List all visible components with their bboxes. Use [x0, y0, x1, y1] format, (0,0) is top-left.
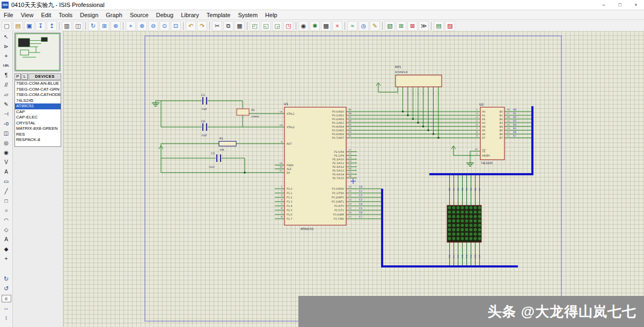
2d-line-mode-icon[interactable]: ╱ — [1, 187, 11, 195]
device-item-7seg-com-an-blue[interactable]: 7SEG-COM-AN-BLUE — [15, 81, 61, 87]
refresh-display-icon[interactable]: ↻ — [88, 21, 98, 31]
device-item-7seg-com-cat-grn[interactable]: 7SEG-COM-CAT-GRN — [15, 87, 61, 93]
menu-tools[interactable]: Tools — [55, 10, 76, 19]
pick-parts-icon[interactable]: ◉ — [298, 21, 309, 31]
generator-mode-icon[interactable]: ◉ — [1, 148, 11, 157]
device-item-at89c51[interactable]: AT89C51 — [15, 103, 61, 109]
export-section-icon[interactable]: ↥ — [47, 21, 57, 31]
virtual-instruments-mode-icon[interactable]: ▭ — [1, 177, 11, 185]
goto-sheet-icon[interactable]: ≫ — [419, 21, 429, 31]
mark-output-area-icon[interactable]: ◫ — [73, 21, 83, 31]
search-tag-icon[interactable]: ◎ — [358, 21, 369, 31]
tape-recorder-mode-icon[interactable]: ◎ — [1, 138, 11, 147]
2d-text-mode-icon[interactable]: A — [1, 235, 11, 243]
save-design-icon[interactable]: ▣ — [24, 21, 34, 31]
minimize-button[interactable]: – — [596, 0, 612, 10]
undo-icon[interactable]: ↶ — [186, 21, 196, 31]
zoom-all-icon[interactable]: ⊙ — [159, 21, 170, 31]
junction-dot-mode-icon[interactable]: + — [1, 51, 11, 60]
selection-pointer-icon[interactable]: ↖ — [1, 32, 11, 41]
open-design-icon[interactable]: ▤ — [13, 21, 23, 31]
rotate-anticlockwise-icon[interactable]: ↺ — [1, 284, 11, 293]
maximize-button[interactable]: □ — [612, 0, 628, 10]
component-mode-icon[interactable]: ⊳ — [1, 42, 11, 50]
vertical-mirror-icon[interactable]: ↕ — [1, 313, 11, 322]
overview-window[interactable] — [14, 33, 61, 71]
inter-sheet-terminal-mode-icon[interactable]: ⊣ — [1, 109, 11, 118]
schematic-canvas[interactable]: C122pfC222pfX112MHZR110KC310uFU1AT89C511… — [63, 31, 644, 327]
block-rotate-icon[interactable]: ◲ — [272, 21, 282, 31]
2d-box-mode-icon[interactable]: □ — [1, 196, 11, 205]
instant-edit-mode-icon[interactable]: ✎ — [1, 100, 11, 108]
device-item-7seg-com-cathode[interactable]: 7SEG-COM-CATHODE — [15, 92, 61, 98]
led-dot — [474, 237, 477, 240]
paste-icon[interactable]: ▦ — [235, 21, 245, 31]
import-section-icon[interactable]: ↧ — [35, 21, 46, 31]
zoom-in-icon[interactable]: ⊕ — [137, 21, 147, 31]
menu-system[interactable]: System — [234, 10, 261, 19]
device-item-respack-8[interactable]: RESPACK-8 — [15, 137, 61, 143]
make-device-icon[interactable]: ✱ — [310, 21, 320, 31]
rotate-clockwise-icon[interactable]: ↻ — [1, 274, 11, 283]
buses-mode-icon[interactable]: // — [1, 80, 11, 89]
device-item-cap-elec[interactable]: CAP-ELEC — [15, 115, 61, 121]
2d-marker-mode-icon[interactable]: + — [1, 254, 11, 263]
device-item-cap[interactable]: CAP — [15, 109, 61, 115]
new-design-icon[interactable]: ▢ — [2, 21, 12, 31]
device-item-res[interactable]: RES — [15, 132, 61, 138]
device-item-matrix-8x8-green[interactable]: MATRIX-8X8-GREEN — [15, 126, 61, 132]
wire-autorouter-icon[interactable]: ≈ — [347, 21, 357, 31]
copy-icon[interactable]: ⧉ — [223, 21, 233, 31]
rotation-angle-field[interactable]: 0 — [2, 295, 11, 302]
new-sheet-icon[interactable]: ⊞ — [396, 21, 406, 31]
zoom-out-icon[interactable]: ⊖ — [148, 21, 158, 31]
menu-graph[interactable]: Graph — [102, 10, 126, 19]
toggle-grid-icon[interactable]: ⊞ — [99, 21, 109, 31]
2d-circle-mode-icon[interactable]: ○ — [1, 206, 11, 214]
wire-label-mode-icon[interactable]: LBL — [1, 61, 11, 70]
text-script-mode-icon[interactable]: ¶ — [1, 71, 11, 79]
cut-icon[interactable]: ✂ — [212, 21, 222, 31]
2d-arc-mode-icon[interactable]: ◠ — [1, 215, 11, 224]
library-manager-button[interactable]: L — [21, 73, 28, 80]
device-item-crystal[interactable]: CRYSTAL — [15, 121, 61, 127]
2d-symbol-mode-icon[interactable]: ◆ — [1, 244, 11, 253]
property-assignment-icon[interactable]: ✎ — [370, 21, 380, 31]
block-copy-icon[interactable]: ◰ — [250, 21, 260, 31]
led-dot — [474, 233, 477, 236]
remove-sheet-icon[interactable]: ⊠ — [407, 21, 418, 31]
pin-number: 17 — [507, 112, 510, 115]
print-design-icon[interactable]: ▥ — [62, 21, 72, 31]
horizontal-mirror-icon[interactable]: ↔ — [1, 303, 11, 312]
pan-centre-icon[interactable]: + — [126, 21, 136, 31]
false-origin-icon[interactable]: ⊕ — [111, 21, 121, 31]
voltage-probe-mode-icon[interactable]: V — [1, 158, 11, 166]
current-probe-mode-icon[interactable]: A — [1, 167, 11, 176]
menu-edit[interactable]: Edit — [37, 10, 55, 19]
redo-icon[interactable]: ↷ — [197, 21, 207, 31]
menu-debug[interactable]: Debug — [152, 10, 177, 19]
zoom-area-icon[interactable]: ⊡ — [171, 21, 181, 31]
electrical-rule-check-icon[interactable]: ▨ — [445, 21, 455, 31]
pick-devices-button[interactable]: P — [14, 73, 21, 80]
bill-of-materials-icon[interactable]: ▤ — [434, 21, 444, 31]
design-explorer-icon[interactable]: ▧ — [385, 21, 395, 31]
packaging-tool-icon[interactable]: ▩ — [321, 21, 331, 31]
device-item-74ls245[interactable]: 74LS245 — [15, 98, 61, 104]
menu-library[interactable]: Library — [177, 10, 203, 19]
device-pin-mode-icon[interactable]: -o — [1, 119, 11, 128]
close-button[interactable]: × — [628, 0, 644, 10]
graph-mode-icon[interactable]: ◫ — [1, 129, 11, 137]
menu-file[interactable]: File — [0, 10, 17, 19]
block-delete-icon[interactable]: ◳ — [283, 21, 294, 31]
menu-view[interactable]: View — [17, 10, 38, 19]
menu-source[interactable]: Source — [126, 10, 152, 19]
menu-design[interactable]: Design — [76, 10, 102, 19]
2d-path-mode-icon[interactable]: ◇ — [1, 225, 11, 234]
block-move-icon[interactable]: ◱ — [261, 21, 271, 31]
net-label-column: C2 — [359, 194, 362, 197]
subcircuit-mode-icon[interactable]: ▱ — [1, 90, 11, 99]
decompose-icon[interactable]: × — [332, 21, 342, 31]
menu-template[interactable]: Template — [203, 10, 235, 19]
menu-help[interactable]: Help — [261, 10, 281, 19]
